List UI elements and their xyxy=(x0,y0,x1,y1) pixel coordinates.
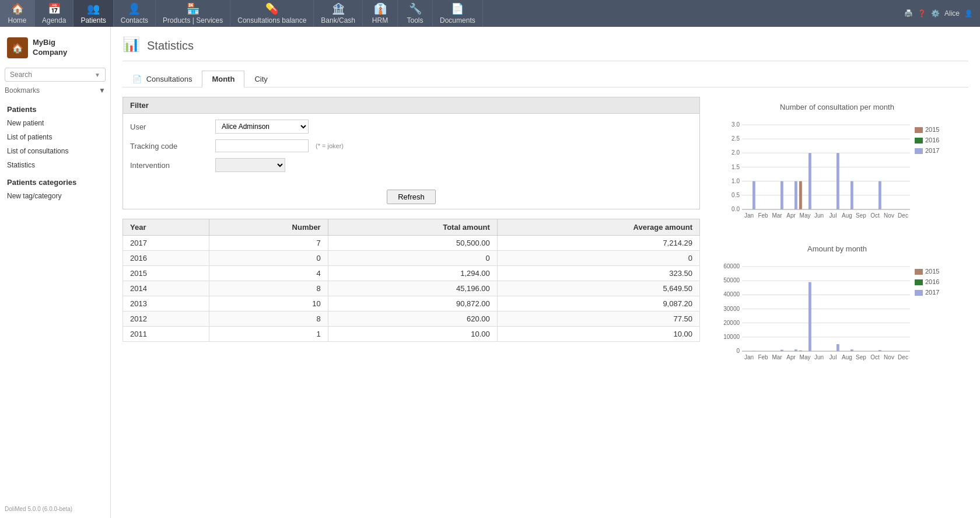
topnav-item-home[interactable]: 🏠Home xyxy=(0,0,35,27)
cell-average: 7,214.29 xyxy=(497,236,699,251)
tab-city-label: City xyxy=(254,75,267,83)
refresh-btn-row: Refresh xyxy=(123,184,699,209)
bankcash-nav-icon: 🏦 xyxy=(332,2,345,15)
tab-consultations-label: Consultations xyxy=(146,75,192,83)
topnav-item-hrm[interactable]: 👔HRM xyxy=(363,0,398,27)
home-nav-icon: 🏠 xyxy=(11,2,24,15)
tab-month-label: Month xyxy=(212,75,235,83)
filter-box: Filter User Alice Adminson Tracking code xyxy=(123,97,700,209)
user-avatar-icon: 👤 xyxy=(964,9,973,18)
table-row: 2011 1 10.00 10.00 xyxy=(123,327,700,342)
main-layout: 🏠 MyBigCompany ▼ Bookmarks ▼ Patients Ne… xyxy=(0,27,980,518)
categories-section-title: Patients categories xyxy=(0,172,110,189)
user-filter-label: User xyxy=(130,123,206,131)
topnav-right: 🖨️ ❓ ⚙️ Alice 👤 xyxy=(897,0,980,27)
cell-number: 1 xyxy=(209,327,328,342)
cell-total: 620.00 xyxy=(328,312,497,327)
tab-month[interactable]: Month xyxy=(202,71,244,88)
sidebar-item-new-patient[interactable]: New patient xyxy=(0,116,110,130)
table-body: 2017 7 50,500.00 7,214.29 2016 0 0 0 201… xyxy=(123,236,700,342)
user-select[interactable]: Alice Adminson xyxy=(215,120,309,134)
bookmarks-label: Bookmarks xyxy=(5,86,40,94)
cell-total: 90,872.00 xyxy=(328,296,497,312)
cell-year: 2013 xyxy=(123,296,209,312)
col-total: Total amount xyxy=(328,219,497,236)
topnav-item-agenda[interactable]: 📅Agenda xyxy=(35,0,74,27)
topnav-item-documents[interactable]: 📄Documents xyxy=(433,0,483,27)
topnav-items: 🏠Home📅Agenda👥Patients👤Contacts🏪Products … xyxy=(0,0,483,27)
statistics-icon: 📊 xyxy=(123,36,141,55)
version-label: DoliMed 5.0.0 (6.0.0-beta) xyxy=(5,506,72,512)
cell-average: 0 xyxy=(497,251,699,266)
cell-year: 2016 xyxy=(123,251,209,266)
chart2-title: Amount by month xyxy=(712,244,963,253)
tab-doc-icon: 📄 xyxy=(132,75,142,83)
tracking-filter-label: Tracking code xyxy=(130,142,206,150)
cell-number: 8 xyxy=(209,281,328,296)
logo-text: MyBigCompany xyxy=(33,38,67,58)
sidebar-item-statistics[interactable]: Statistics xyxy=(0,158,110,172)
agenda-nav-icon: 📅 xyxy=(48,2,61,15)
sidebar-item-new-tag/category[interactable]: New tag/category xyxy=(0,189,110,203)
bankcash-nav-label: Bank/Cash xyxy=(321,16,355,24)
print-icon[interactable]: 🖨️ xyxy=(904,9,913,18)
sidebar-item-list-of-patients[interactable]: List of patients xyxy=(0,130,110,144)
help-icon[interactable]: ❓ xyxy=(918,9,926,18)
topnav-item-consultations[interactable]: 💊Consultations balance xyxy=(230,0,314,27)
topnav-item-patients[interactable]: 👥Patients xyxy=(74,0,113,27)
search-dropdown-icon[interactable]: ▼ xyxy=(94,72,100,78)
sidebar-patients-items: New patientList of patientsList of consu… xyxy=(0,116,110,172)
col-average: Average amount xyxy=(497,219,699,236)
stats-table: Year Number Total amount Average amount … xyxy=(123,219,700,342)
settings-icon[interactable]: ⚙️ xyxy=(931,9,940,18)
cell-year: 2012 xyxy=(123,312,209,327)
table-row: 2012 8 620.00 77.50 xyxy=(123,312,700,327)
sidebar-bookmarks[interactable]: Bookmarks ▼ xyxy=(5,86,106,94)
refresh-button[interactable]: Refresh xyxy=(387,190,436,204)
table-row: 2015 4 1,294.00 323.50 xyxy=(123,266,700,281)
tracking-input[interactable] xyxy=(215,139,309,152)
bookmarks-arrow-icon: ▼ xyxy=(99,86,106,94)
intervention-filter-control xyxy=(215,158,285,172)
cell-total: 50,500.00 xyxy=(328,236,497,251)
chart2-container: Amount by month xyxy=(712,244,963,374)
home-nav-label: Home xyxy=(8,16,26,24)
search-input[interactable] xyxy=(10,71,94,79)
tab-consultations[interactable]: 📄 Consultations xyxy=(123,71,202,88)
cell-total: 45,196.00 xyxy=(328,281,497,296)
cell-number: 4 xyxy=(209,266,328,281)
sidebar-search-box[interactable]: ▼ xyxy=(5,68,106,82)
topnav: 🏠Home📅Agenda👥Patients👤Contacts🏪Products … xyxy=(0,0,980,27)
tab-bar: 📄 Consultations Month City xyxy=(123,71,968,88)
table-header-row: Year Number Total amount Average amount xyxy=(123,219,700,236)
filter-row-intervention: Intervention xyxy=(130,158,692,172)
table-row: 2017 7 50,500.00 7,214.29 xyxy=(123,236,700,251)
documents-nav-label: Documents xyxy=(440,16,475,24)
user-filter-control: Alice Adminson xyxy=(215,120,309,134)
cell-number: 7 xyxy=(209,236,328,251)
tools-nav-label: Tools xyxy=(407,16,424,24)
patients-section-title: Patients xyxy=(0,102,110,116)
topnav-item-contacts[interactable]: 👤Contacts xyxy=(114,0,156,27)
cell-number: 10 xyxy=(209,296,328,312)
intervention-select[interactable] xyxy=(215,158,285,172)
topnav-item-bankcash[interactable]: 🏦Bank/Cash xyxy=(314,0,363,27)
topnav-item-products[interactable]: 🏪Products | Services xyxy=(156,0,230,27)
filter-row-tracking: Tracking code (* = joker) xyxy=(130,139,692,152)
table-row: 2014 8 45,196.00 5,649.50 xyxy=(123,281,700,296)
cell-number: 8 xyxy=(209,312,328,327)
contacts-nav-label: Contacts xyxy=(121,16,148,24)
content-main: Filter User Alice Adminson Tracking code xyxy=(123,97,700,392)
chart1-title: Number of consultation per month xyxy=(712,103,963,111)
chart1-canvas xyxy=(712,116,957,233)
chart1-container: Number of consultation per month xyxy=(712,103,963,233)
tab-city[interactable]: City xyxy=(244,71,277,88)
topnav-item-tools[interactable]: 🔧Tools xyxy=(398,0,433,27)
table-row: 2013 10 90,872.00 9,087.20 xyxy=(123,296,700,312)
cell-average: 323.50 xyxy=(497,266,699,281)
cell-year: 2011 xyxy=(123,327,209,342)
content-area: 📊 Statistics 📄 Consultations Month City … xyxy=(111,27,980,518)
sidebar-logo: 🏠 MyBigCompany xyxy=(0,33,110,68)
sidebar-item-list-of-consultations[interactable]: List of consultations xyxy=(0,144,110,158)
cell-average: 9,087.20 xyxy=(497,296,699,312)
